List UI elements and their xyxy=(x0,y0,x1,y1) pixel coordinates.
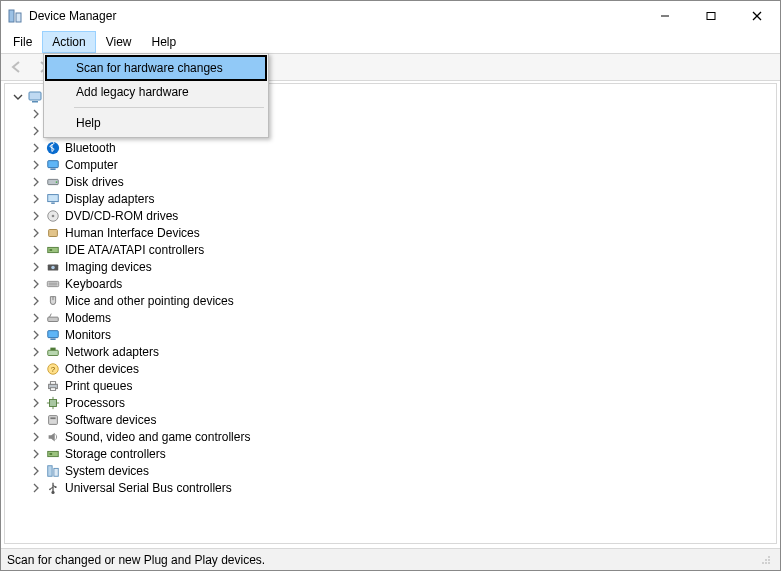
chevron-right-icon[interactable] xyxy=(29,362,43,376)
chevron-right-icon[interactable] xyxy=(29,464,43,478)
menu-separator xyxy=(74,107,264,108)
tree-node[interactable]: Disk drives xyxy=(7,173,776,190)
chevron-right-icon[interactable] xyxy=(29,175,43,189)
svg-rect-16 xyxy=(48,194,59,201)
chevron-right-icon[interactable] xyxy=(29,396,43,410)
chevron-right-icon[interactable] xyxy=(29,481,43,495)
svg-rect-37 xyxy=(50,381,55,384)
svg-rect-32 xyxy=(48,350,59,355)
chevron-right-icon[interactable] xyxy=(29,260,43,274)
tree-node[interactable]: DVD/CD-ROM drives xyxy=(7,207,776,224)
imaging-icon xyxy=(45,259,61,275)
tree-node[interactable]: Processors xyxy=(7,394,776,411)
tree-node[interactable]: Sound, video and game controllers xyxy=(7,428,776,445)
tree-node[interactable]: Storage controllers xyxy=(7,445,776,462)
chevron-right-icon[interactable] xyxy=(29,243,43,257)
tree-node[interactable]: Human Interface Devices xyxy=(7,224,776,241)
system-icon xyxy=(45,463,61,479)
chevron-right-icon[interactable] xyxy=(29,124,43,138)
monitor-icon xyxy=(45,327,61,343)
svg-point-19 xyxy=(52,214,55,217)
chevron-right-icon[interactable] xyxy=(29,141,43,155)
tree-node[interactable]: Universal Serial Bus controllers xyxy=(7,479,776,496)
chevron-right-icon[interactable] xyxy=(29,192,43,206)
svg-rect-17 xyxy=(51,202,55,203)
back-button[interactable] xyxy=(5,55,29,79)
chevron-right-icon[interactable] xyxy=(29,294,43,308)
tree-node[interactable]: System devices xyxy=(7,462,776,479)
device-tree[interactable]: BluetoothComputerDisk drivesDisplay adap… xyxy=(4,83,777,544)
svg-rect-3 xyxy=(707,13,715,20)
menu-help[interactable]: Help xyxy=(142,31,187,53)
tree-node-label: Software devices xyxy=(65,413,156,427)
chevron-right-icon[interactable] xyxy=(29,413,43,427)
tree-node[interactable]: Software devices xyxy=(7,411,776,428)
tree-node[interactable]: Keyboards xyxy=(7,275,776,292)
menu-item-help[interactable]: Help xyxy=(46,111,266,135)
svg-point-56 xyxy=(765,559,767,561)
sound-icon xyxy=(45,429,61,445)
tree-node-label: IDE ATA/ATAPI controllers xyxy=(65,243,204,257)
tree-node[interactable]: Modems xyxy=(7,309,776,326)
tree-node-label: Bluetooth xyxy=(65,141,116,155)
tree-node-label: Network adapters xyxy=(65,345,159,359)
menu-file[interactable]: File xyxy=(3,31,42,53)
tree-node[interactable]: Print queues xyxy=(7,377,776,394)
chevron-right-icon[interactable] xyxy=(29,107,43,121)
computer-icon xyxy=(27,89,43,105)
svg-rect-21 xyxy=(48,247,59,252)
tree-node[interactable]: IDE ATA/ATAPI controllers xyxy=(7,241,776,258)
tree-node-label: Processors xyxy=(65,396,125,410)
chevron-right-icon[interactable] xyxy=(29,209,43,223)
menu-action[interactable]: Action xyxy=(42,31,95,53)
chevron-down-icon[interactable] xyxy=(11,90,25,104)
svg-rect-47 xyxy=(50,453,53,455)
resize-grip-icon[interactable] xyxy=(758,552,774,568)
svg-rect-12 xyxy=(48,160,59,167)
chevron-right-icon[interactable] xyxy=(29,328,43,342)
tree-node-label: DVD/CD-ROM drives xyxy=(65,209,178,223)
tree-node[interactable]: Bluetooth xyxy=(7,139,776,156)
bluetooth-icon xyxy=(45,140,61,156)
tree-node[interactable]: Computer xyxy=(7,156,776,173)
chevron-right-icon[interactable] xyxy=(29,277,43,291)
tree-node[interactable]: Network adapters xyxy=(7,343,776,360)
menu-item-add-legacy[interactable]: Add legacy hardware xyxy=(46,80,266,104)
chevron-right-icon[interactable] xyxy=(29,345,43,359)
svg-rect-38 xyxy=(50,387,55,390)
tree-node-label: Modems xyxy=(65,311,111,325)
tree-node[interactable]: ?Other devices xyxy=(7,360,776,377)
svg-point-55 xyxy=(768,562,770,564)
tree-node[interactable]: Imaging devices xyxy=(7,258,776,275)
svg-rect-7 xyxy=(32,101,38,103)
chevron-right-icon[interactable] xyxy=(29,379,43,393)
statusbar: Scan for changed or new Plug and Play de… xyxy=(1,548,780,570)
close-button[interactable] xyxy=(734,1,780,31)
tree-node[interactable]: Display adapters xyxy=(7,190,776,207)
svg-rect-29 xyxy=(48,317,59,321)
tree-node[interactable]: Mice and other pointing devices xyxy=(7,292,776,309)
chevron-right-icon[interactable] xyxy=(29,158,43,172)
svg-rect-51 xyxy=(55,486,57,488)
svg-rect-25 xyxy=(47,281,58,286)
svg-point-58 xyxy=(762,562,764,564)
svg-point-54 xyxy=(768,559,770,561)
chevron-right-icon[interactable] xyxy=(29,311,43,325)
action-menu-dropdown: Scan for hardware changes Add legacy har… xyxy=(43,53,269,138)
menu-view[interactable]: View xyxy=(96,31,142,53)
cdrom-icon xyxy=(45,208,61,224)
svg-rect-31 xyxy=(50,338,55,339)
tree-node-label: Human Interface Devices xyxy=(65,226,200,240)
svg-rect-48 xyxy=(48,465,52,476)
svg-point-52 xyxy=(49,488,51,490)
tree-node[interactable]: Monitors xyxy=(7,326,776,343)
chevron-right-icon[interactable] xyxy=(29,430,43,444)
menu-item-scan-hardware[interactable]: Scan for hardware changes xyxy=(46,56,266,80)
maximize-button[interactable] xyxy=(688,1,734,31)
ide-icon xyxy=(45,242,61,258)
chevron-right-icon[interactable] xyxy=(29,447,43,461)
tree-node-label: Keyboards xyxy=(65,277,122,291)
minimize-button[interactable] xyxy=(642,1,688,31)
software-icon xyxy=(45,412,61,428)
chevron-right-icon[interactable] xyxy=(29,226,43,240)
